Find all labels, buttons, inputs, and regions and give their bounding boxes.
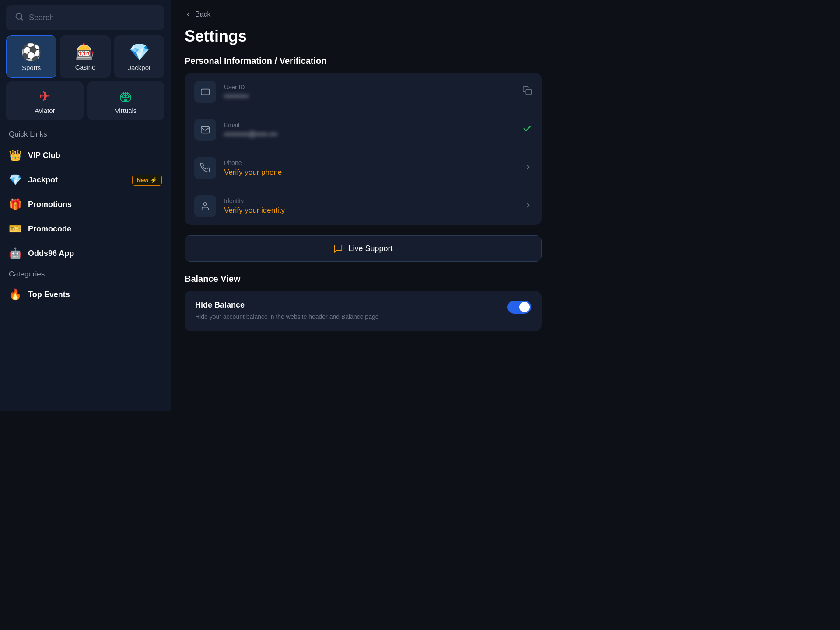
nav-item-sports[interactable]: ⚽ Sports (6, 35, 56, 78)
nav-item-jackpot[interactable]: 💎 Jackpot (114, 35, 164, 78)
promotions-label: Promotions (28, 200, 72, 209)
hide-balance-info: Hide Balance Hide your account balance i… (195, 301, 379, 322)
sidebar-item-vip-club[interactable]: 👑 VIP Club (0, 143, 171, 168)
back-label: Back (195, 10, 211, 18)
sidebar: Search ⚽ Sports 🎰 Casino 💎 Jackpot ✈ Avi… (0, 0, 171, 411)
sidebar-item-top-events[interactable]: 🔥 Top Events (0, 282, 171, 307)
balance-card: Hide Balance Hide your account balance i… (185, 291, 542, 331)
hide-balance-label: Hide Balance (195, 301, 379, 310)
phone-icon (200, 163, 210, 173)
sidebar-item-promocode[interactable]: 🎫 Promocode (0, 217, 171, 241)
top-events-icon: 🔥 (9, 288, 21, 301)
identity-details: Identity Verify your identity (224, 197, 516, 215)
identity-label: Identity (224, 197, 516, 204)
promocode-icon: 🎫 (9, 223, 21, 235)
chevron-right-icon (524, 201, 532, 209)
aviator-icon: ✈ (39, 89, 51, 103)
phone-icon-wrap (194, 157, 216, 179)
check-icon (522, 124, 532, 133)
person-icon (200, 201, 210, 211)
quick-links-title: Quick Links (0, 126, 171, 143)
svg-rect-2 (201, 89, 209, 95)
page-title: Settings (185, 27, 542, 46)
nav-item-casino[interactable]: 🎰 Casino (60, 35, 110, 78)
top-events-label: Top Events (28, 290, 70, 299)
back-button[interactable]: Back (185, 10, 542, 18)
odds96-icon: 🤖 (9, 247, 21, 259)
email-icon-wrap (194, 119, 216, 141)
identity-value: Verify your identity (224, 206, 516, 215)
nav-label-virtuals: Virtuals (115, 107, 137, 114)
casino-icon: 🎰 (75, 44, 95, 60)
personal-info-card: User ID •••••••••• Email ••••••••••@••••… (185, 73, 542, 225)
nav-grid-row1: ⚽ Sports 🎰 Casino 💎 Jackpot (0, 35, 171, 81)
search-icon (15, 12, 24, 23)
jackpot-icon: 💎 (129, 44, 150, 60)
balance-view-section: Balance View Hide Balance Hide your acco… (185, 274, 542, 331)
phone-row[interactable]: Phone Verify your phone (185, 149, 542, 187)
identity-icon-wrap (194, 195, 216, 217)
nav-label-aviator: Aviator (35, 107, 55, 114)
virtuals-icon: 🏟 (119, 89, 133, 103)
nav-item-virtuals[interactable]: 🏟 Virtuals (87, 81, 164, 120)
hide-balance-row: Hide Balance Hide your account balance i… (195, 301, 531, 322)
back-chevron-icon (185, 11, 192, 18)
email-details: Email ••••••••••@•••••.••• (224, 122, 514, 138)
phone-value: Verify your phone (224, 168, 516, 177)
hide-balance-description: Hide your account balance in the website… (195, 312, 379, 322)
hide-balance-toggle-wrap[interactable] (508, 301, 531, 314)
jackpot-badge: New ⚡ (132, 175, 162, 186)
chat-icon (333, 244, 343, 253)
sidebar-item-jackpot[interactable]: 💎 Jackpot New ⚡ (0, 168, 171, 192)
sidebar-item-odds96-app[interactable]: 🤖 Odds96 App (0, 241, 171, 266)
email-verified-icon (522, 124, 532, 136)
promotions-icon: 🎁 (9, 198, 21, 210)
jackpot-ql-icon: 💎 (9, 174, 21, 186)
sports-icon: ⚽ (21, 44, 42, 60)
identity-row[interactable]: Identity Verify your identity (185, 187, 542, 225)
promocode-label: Promocode (28, 224, 71, 234)
search-placeholder: Search (29, 13, 54, 22)
main-content: Back Settings Personal Information / Ver… (171, 0, 556, 411)
nav-label-jackpot: Jackpot (128, 64, 150, 71)
odds96-label: Odds96 App (28, 249, 74, 258)
hide-balance-toggle[interactable] (508, 301, 531, 314)
copy-button[interactable] (522, 86, 532, 98)
user-id-row: User ID •••••••••• (185, 73, 542, 111)
nav-label-sports: Sports (22, 64, 41, 71)
live-support-button[interactable]: Live Support (185, 235, 542, 262)
jackpot-ql-label: Jackpot (28, 175, 58, 185)
copy-icon (522, 86, 532, 95)
phone-details: Phone Verify your phone (224, 159, 516, 177)
user-id-value: •••••••••• (224, 92, 514, 100)
email-row: Email ••••••••••@•••••.••• (185, 111, 542, 149)
nav-label-casino: Casino (75, 63, 96, 71)
phone-chevron-icon (524, 162, 532, 174)
nav-grid-row2: ✈ Aviator 🏟 Virtuals (0, 81, 171, 126)
personal-info-title: Personal Information / Verification (185, 56, 542, 66)
categories-title: Categories (0, 266, 171, 282)
vip-club-icon: 👑 (9, 149, 21, 161)
identity-chevron-icon (524, 200, 532, 212)
vip-club-label: VIP Club (28, 151, 60, 160)
nav-item-aviator[interactable]: ✈ Aviator (6, 81, 84, 120)
phone-label: Phone (224, 159, 516, 166)
mail-icon (200, 125, 210, 135)
search-bar[interactable]: Search (6, 5, 164, 30)
svg-line-1 (21, 18, 23, 20)
email-value: ••••••••••@•••••.••• (224, 130, 514, 138)
sidebar-item-promotions[interactable]: 🎁 Promotions (0, 192, 171, 217)
card-icon (200, 87, 210, 97)
live-support-label: Live Support (348, 244, 392, 253)
email-label: Email (224, 122, 514, 129)
balance-view-title: Balance View (185, 274, 542, 284)
user-id-label: User ID (224, 84, 514, 91)
svg-point-5 (203, 203, 206, 206)
user-id-details: User ID •••••••••• (224, 84, 514, 100)
chevron-right-icon (524, 163, 532, 171)
svg-rect-4 (526, 89, 531, 94)
user-id-icon-wrap (194, 81, 216, 103)
